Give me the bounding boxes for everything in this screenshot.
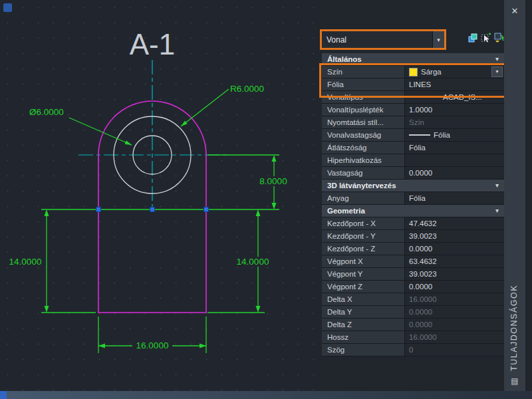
row-end-y: Végpont Y 39.0023 <box>322 268 504 281</box>
property-label: Anyag <box>322 192 405 204</box>
status-strip-accent <box>0 391 7 399</box>
property-label: Végpont X <box>322 255 405 267</box>
end-x-value[interactable]: 63.4632 <box>405 255 504 267</box>
start-x-value[interactable]: 47.4632 <box>405 217 504 229</box>
collapse-icon: ▾ <box>495 53 499 65</box>
object-type-selector-highlight: Vonal ▾ <box>320 29 446 50</box>
property-label: Delta Y <box>322 306 405 318</box>
linetype-value[interactable]: ACAD_IS... <box>405 91 504 103</box>
lineweight-sample <box>409 134 430 136</box>
dimension-16[interactable]: 16.0000 <box>98 317 206 353</box>
color-swatch-yellow <box>409 68 418 76</box>
end-y-value[interactable]: 39.0023 <box>405 268 504 280</box>
palette-title: TULAJDONSÁGOK <box>509 285 519 371</box>
property-label: Vonalvastagság <box>322 129 405 141</box>
palette-toolbar <box>467 32 505 43</box>
angle-value: 0 <box>405 344 504 356</box>
linetype-scale-value[interactable]: 1.0000 <box>405 104 504 116</box>
dim-text-left-14: 14.0000 <box>9 257 42 267</box>
section-title: Általános <box>327 53 362 65</box>
lineweight-value[interactable]: Fólia <box>405 129 504 141</box>
property-label: Nyomtatási stíl... <box>322 116 405 128</box>
row-angle: Szög 0 <box>322 344 504 356</box>
row-end-x: Végpont X 63.4632 <box>322 255 504 268</box>
collapse-icon: ▾ <box>495 205 499 217</box>
quick-select-icon[interactable] <box>493 32 505 43</box>
property-label: Delta X <box>322 293 405 305</box>
property-grid: Általános ▾ Szín Sárga ▾ Fólia LINES Von… <box>322 53 504 356</box>
drawing-svg: 14.0000 14.0000 8.0000 16.0000 <box>0 0 319 391</box>
delta-y-value: 0.0000 <box>405 306 504 318</box>
section-header-general[interactable]: Általános ▾ <box>322 53 504 66</box>
dimension-right-14[interactable]: 14.0000 <box>207 209 271 313</box>
dimension-8[interactable]: 8.0000 <box>257 155 290 209</box>
row-start-y: Kezdőpont - Y 39.0023 <box>322 230 504 243</box>
delta-x-value: 16.0000 <box>405 293 504 305</box>
section-header-geometry[interactable]: Geometria ▾ <box>322 205 504 217</box>
palette-properties-icon[interactable]: ▤ <box>504 375 525 387</box>
dimension-left-14[interactable]: 14.0000 <box>8 209 96 313</box>
property-label: Fólia <box>322 78 405 90</box>
property-label: Kezdőpont - Y <box>322 230 405 242</box>
row-linetype: Vonaltípus ACAD_IS... <box>322 91 504 104</box>
property-label: Hossz <box>322 331 405 343</box>
chevron-down-icon[interactable]: ▾ <box>491 66 503 77</box>
property-label: Vastagság <box>322 167 405 179</box>
thickness-value[interactable]: 0.0000 <box>405 167 504 179</box>
row-material: Anyag Fólia <box>322 192 504 205</box>
property-label: Kezdőpont - X <box>322 217 405 229</box>
start-y-value[interactable]: 39.0023 <box>405 230 504 242</box>
collapse-icon: ▾ <box>495 180 499 192</box>
select-objects-icon[interactable] <box>480 32 491 43</box>
drawing-canvas[interactable]: 14.0000 14.0000 8.0000 16.0000 <box>0 0 319 391</box>
dim-text-radius: R6.0000 <box>230 84 264 94</box>
chevron-down-icon[interactable]: ▾ <box>432 31 444 48</box>
layer-value[interactable]: LINES <box>405 78 504 90</box>
row-color: Szín Sárga ▾ <box>322 66 504 78</box>
row-lineweight: Vonalvastagság Fólia <box>322 129 504 142</box>
color-value-dropdown[interactable]: Sárga ▾ <box>405 66 504 78</box>
hyperlink-value[interactable] <box>405 154 504 166</box>
properties-panel: Vonal ▾ Általános ▾ Szín Sárga ▾ <box>318 0 532 391</box>
row-delta-x: Delta X 16.0000 <box>322 293 504 306</box>
property-label: Hiperhivatkozás <box>322 154 405 166</box>
row-delta-z: Delta Z 0.0000 <box>322 319 504 331</box>
palette-titlebar[interactable]: ✕ TULAJDONSÁGOK ▤ <box>504 0 525 391</box>
dim-text-diameter: Ø6.0000 <box>29 107 64 117</box>
row-length: Hossz 16.0000 <box>322 331 504 344</box>
row-thickness: Vastagság 0.0000 <box>322 167 504 180</box>
object-type-dropdown[interactable]: Vonal ▾ <box>322 31 444 48</box>
row-layer: Fólia LINES <box>322 78 504 91</box>
object-type-value: Vonal <box>322 35 432 45</box>
start-z-value[interactable]: 0.0000 <box>405 243 504 255</box>
section-title: Geometria <box>327 205 365 217</box>
status-strip <box>0 391 532 399</box>
row-end-z: Végpont Z 0.0000 <box>322 281 504 293</box>
row-transparency: Átlátszóság Fólia <box>322 142 504 154</box>
property-label: Végpont Z <box>322 281 405 293</box>
property-label: Delta Z <box>322 319 405 331</box>
selected-line[interactable] <box>41 155 279 209</box>
section-header-3d[interactable]: 3D látványtervezés ▾ <box>322 180 504 192</box>
row-start-z: Kezdőpont - Z 0.0000 <box>322 243 504 255</box>
end-z-value[interactable]: 0.0000 <box>405 281 504 293</box>
property-label: Szín <box>322 66 405 78</box>
leader-diameter[interactable]: Ø6.0000 <box>29 107 132 145</box>
property-label: Szög <box>322 344 405 356</box>
material-value[interactable]: Fólia <box>405 192 504 204</box>
pickadd-toggle-icon[interactable] <box>467 32 478 43</box>
row-start-x: Kezdőpont - X 47.4632 <box>322 217 504 230</box>
transparency-value[interactable]: Fólia <box>405 142 504 154</box>
color-value: Sárga <box>421 66 442 78</box>
close-icon[interactable]: ✕ <box>504 5 525 17</box>
drawing-title: A-1 <box>130 28 175 61</box>
section-title: 3D látványtervezés <box>327 180 396 192</box>
plot-style-value: Szín <box>405 116 504 128</box>
dim-text-16: 16.0000 <box>136 340 169 350</box>
delta-z-value: 0.0000 <box>405 319 504 331</box>
dim-text-right-14: 14.0000 <box>237 257 269 267</box>
dim-text-8: 8.0000 <box>259 176 287 186</box>
property-label: Végpont Y <box>322 268 405 280</box>
row-hyperlink: Hiperhivatkozás <box>322 154 504 167</box>
length-value: 16.0000 <box>405 331 504 343</box>
